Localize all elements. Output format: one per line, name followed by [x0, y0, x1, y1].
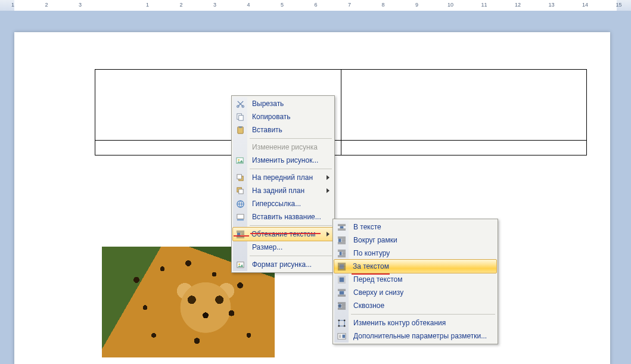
submenu-item-more-layout[interactable]: Дополнительные параметры разметки... — [334, 329, 496, 343]
table-cell[interactable] — [341, 141, 587, 155]
svg-rect-13 — [237, 214, 243, 219]
picture-context-menu: Вырезать Копировать Вставить Изменение р… — [231, 95, 335, 273]
menu-label: Изменение рисунка — [252, 143, 318, 151]
table-cell[interactable] — [341, 70, 587, 141]
submenu-item-inline[interactable]: В тексте — [334, 220, 496, 234]
menu-item-insert-caption[interactable]: Вставить название... — [233, 210, 333, 223]
submenu-arrow-icon — [327, 232, 330, 237]
wrap-square-icon — [334, 234, 349, 247]
menu-label: На передний план — [252, 173, 313, 182]
annotation-underline — [352, 273, 390, 275]
annotation-underline — [234, 235, 249, 237]
submenu-item-edit-wrap-points[interactable]: Изменить контур обтекания — [334, 316, 496, 329]
submenu-item-through[interactable]: Сквозное — [334, 299, 496, 312]
horizontal-ruler[interactable]: 3211234567891011121314151617 — [0, 0, 631, 11]
submenu-item-top-bottom[interactable]: Сверху и снизу — [334, 286, 496, 299]
svg-rect-24 — [338, 320, 344, 325]
hyperlink-icon — [233, 197, 247, 210]
menu-item-bring-front[interactable]: На передний план — [233, 171, 333, 184]
wrap-topbottom-icon — [334, 286, 349, 299]
svg-point-27 — [338, 325, 340, 326]
menu-item-cut[interactable]: Вырезать — [233, 97, 333, 110]
menu-item-send-back[interactable]: На задний план — [233, 184, 333, 197]
annotation-underline — [250, 233, 321, 234]
menu-separator — [250, 138, 332, 139]
menu-label: На задний план — [252, 186, 304, 195]
ruler-number: 6 — [307, 2, 325, 8]
ruler-number: 2 — [38, 2, 55, 8]
submenu-item-square[interactable]: Вокруг рамки — [334, 234, 496, 247]
wrap-behind-icon — [334, 260, 349, 273]
svg-rect-9 — [237, 174, 241, 179]
ruler-number: 12 — [509, 2, 527, 8]
menu-label: Сверху и снизу — [353, 288, 403, 297]
svg-rect-21 — [339, 277, 344, 282]
menu-item-hyperlink[interactable]: Гиперссылка... — [233, 197, 333, 210]
menu-separator — [250, 256, 332, 256]
svg-rect-14 — [237, 219, 243, 220]
svg-rect-22 — [339, 291, 344, 294]
menu-label: Размер... — [252, 243, 282, 251]
svg-rect-18 — [340, 226, 343, 228]
menu-separator — [351, 314, 495, 315]
submenu-item-behind-text[interactable]: За текстом — [334, 259, 497, 273]
menu-item-change-picture[interactable]: Изменить рисунок... — [233, 154, 333, 167]
svg-rect-19 — [338, 238, 341, 242]
menu-label: Сквозное — [353, 301, 384, 310]
more-layout-icon — [334, 329, 349, 343]
menu-label: Изменить контур обтекания — [353, 319, 446, 327]
menu-label: Вокруг рамки — [353, 236, 397, 244]
submenu-item-tight[interactable]: По контуру — [334, 247, 496, 260]
ruler-number: 3 — [72, 2, 89, 8]
bring-front-icon — [233, 171, 247, 184]
submenu-arrow-icon — [327, 188, 330, 193]
submenu-item-front-text[interactable]: Перед текстом — [334, 273, 496, 286]
menu-label: Формат рисунка... — [252, 260, 312, 269]
ruler-number: 15 — [610, 2, 628, 8]
menu-item-format-picture[interactable]: Формат рисунка... — [233, 258, 333, 271]
ruler-number: 2 — [172, 2, 190, 8]
paste-icon — [233, 123, 247, 136]
svg-point-26 — [343, 319, 345, 321]
svg-rect-11 — [238, 189, 243, 194]
menu-label: Перед текстом — [353, 275, 402, 284]
menu-label: Гиперссылка... — [252, 200, 301, 208]
ruler-number: 1 — [4, 2, 22, 8]
ruler-number: 9 — [408, 2, 426, 8]
ruler-number: 7 — [341, 2, 359, 8]
ruler-number: 1 — [139, 2, 157, 8]
svg-rect-30 — [342, 334, 345, 338]
format-picture-icon — [233, 258, 247, 271]
menu-label: Копировать — [252, 113, 291, 121]
menu-label: Изменить рисунок... — [252, 156, 318, 164]
svg-point-17 — [238, 263, 240, 265]
ruler-number: 14 — [576, 2, 594, 8]
menu-item-size[interactable]: Размер... — [233, 241, 333, 254]
wrap-front-icon — [334, 273, 349, 286]
document-table[interactable] — [95, 69, 587, 155]
menu-label: За текстом — [353, 262, 389, 270]
text-wrap-icon — [233, 228, 247, 241]
menu-label: Вставить — [252, 126, 282, 134]
menu-label: В тексте — [353, 223, 381, 231]
ruler-number: 5 — [273, 2, 291, 8]
menu-item-text-wrapping[interactable]: Обтекание текстом — [232, 227, 334, 241]
menu-label: Вырезать — [252, 99, 284, 108]
caption-icon — [233, 210, 247, 223]
ruler-number: 10 — [442, 2, 459, 8]
ruler-number: 13 — [543, 2, 561, 8]
menu-item-paste[interactable]: Вставить — [233, 123, 333, 136]
menu-separator — [250, 169, 332, 169]
menu-label: Обтекание текстом — [251, 230, 315, 238]
text-wrapping-submenu: В тексте Вокруг рамки По контуру За текс… — [332, 219, 498, 344]
send-back-icon — [233, 184, 247, 197]
scissors-icon — [233, 97, 247, 110]
submenu-arrow-icon — [327, 175, 330, 180]
menu-label: Вставить название... — [252, 213, 321, 221]
menu-separator — [250, 225, 332, 226]
menu-item-copy[interactable]: Копировать — [233, 110, 333, 123]
menu-label: Дополнительные параметры разметки... — [353, 332, 487, 340]
copy-icon — [233, 110, 247, 123]
ruler-number: 3 — [206, 2, 224, 8]
ruler-number: 4 — [240, 2, 257, 8]
